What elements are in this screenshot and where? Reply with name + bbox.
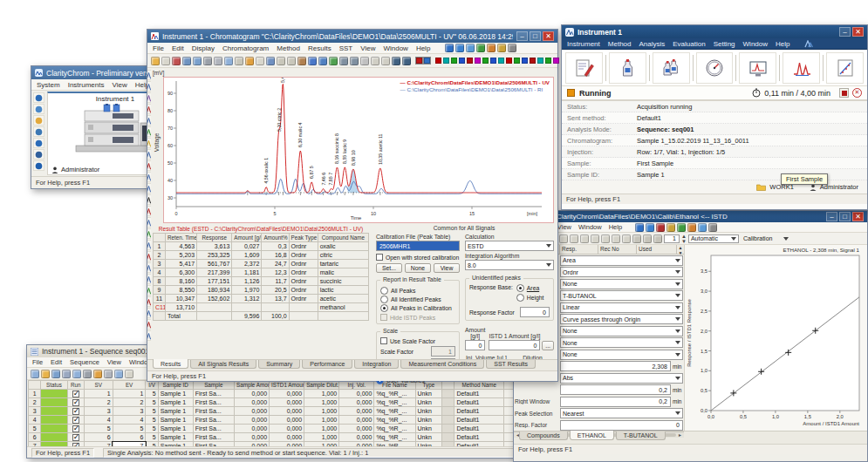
unzoom-icon[interactable] [622,234,631,243]
copy-icon[interactable] [559,234,568,243]
remove-point-icon[interactable] [643,234,652,243]
main-menu-view[interactable]: View [112,81,126,89]
calib-setting-select-5[interactable]: Linear [560,302,683,313]
instrument-titlebar[interactable]: Instrument 1 – ✕ [562,25,867,38]
peaks-icon[interactable] [656,223,665,232]
recalibrate-icon[interactable] [653,234,662,243]
overlay-icon[interactable] [445,44,454,52]
overlay-mode-icon[interactable] [360,57,369,65]
calib-scroll-up-icon[interactable]: ▲▼ [676,245,684,254]
signal-color-square-2[interactable] [443,58,449,64]
active-signal-square-2[interactable] [424,58,430,64]
results-tab-sst-results[interactable]: SST Results [486,360,536,369]
report-icon[interactable] [193,57,202,65]
sequence-menu-sequence[interactable]: Sequence [70,358,99,366]
use-scale-factor-checkbox[interactable] [380,337,387,344]
abort-button[interactable]: ✕ [852,88,862,98]
calibration-view-select[interactable]: Calibration [741,234,791,243]
run-checkbox[interactable] [72,434,79,441]
new-icon[interactable] [31,370,39,378]
baseline-icon[interactable] [329,57,338,65]
chart-icon[interactable] [677,223,686,232]
signal-color-square-12[interactable] [522,58,528,64]
amount-input[interactable]: 0 [465,340,485,350]
redo-icon[interactable] [591,234,599,243]
properties-icon[interactable] [297,57,306,65]
window-icon[interactable] [698,223,707,232]
chromatogram-minimize-button[interactable]: – [516,31,528,41]
calib-setting-input-15[interactable]: 0 [560,420,683,431]
result-row[interactable]: 46,300217,3991,18112,3Ordnrmalic [153,268,368,277]
login-user-icon[interactable] [33,92,44,103]
zoom-out-icon[interactable] [277,57,285,65]
calib-overlay-icon[interactable] [635,223,644,232]
result-row[interactable]: 14,5633,6130,0270,3Ordnroxalic [153,242,368,251]
calib-setting-select-4[interactable]: T-BUTANOL [560,290,683,301]
calibration-mode-select[interactable]: Automatic [688,234,739,243]
cut-icon[interactable] [104,370,113,378]
calibration-menu-window[interactable]: Window [578,223,602,231]
sequence-menu-view[interactable]: View [107,358,121,366]
archive-folder-icon[interactable] [33,115,44,126]
zoom-out-icon[interactable] [612,234,620,243]
calib-setting-select-9[interactable]: None [560,350,683,360]
integration-algorithm-select[interactable]: 8.0 [465,260,554,270]
open-icon[interactable] [41,370,50,378]
calibration-titlebar[interactable]: alibration C:\ClarityChrom\DataFiles\DEM… [514,211,867,222]
lc-control-icon[interactable] [466,44,475,52]
calib-setting-select-2[interactable]: Ordnr [560,267,683,277]
zoom-icon[interactable] [266,57,275,65]
radio-response-base-area[interactable] [516,284,524,292]
open-method-icon[interactable] [182,57,191,65]
calib-col-resp[interactable]: Resp. [559,245,598,254]
istd-more-button[interactable]: ... [542,341,554,350]
spinner-arrows-icon[interactable]: ▲▼ [681,234,687,244]
method-setup-icon[interactable] [565,52,603,84]
radio-response-base-height[interactable] [516,294,524,302]
next-icon[interactable] [381,57,390,65]
run-checkbox[interactable] [72,425,79,432]
signal-color-square-8[interactable] [490,58,496,64]
move-icon[interactable] [339,57,348,65]
peak-tool-icon[interactable] [318,57,327,65]
export-icon[interactable] [687,223,696,232]
chromatogram-maximize-button[interactable]: □ [530,31,541,41]
play-icon[interactable] [392,57,400,65]
active-signal-square-1[interactable] [416,58,422,64]
instrument-menu-evaluation[interactable]: Evaluation [673,40,705,48]
upload-icon[interactable] [497,44,506,52]
result-row[interactable]: 88,160177,1511,12611,7Ordnrsuccinic [153,277,368,286]
calib-setting-select-11[interactable]: Abs [560,373,683,384]
signal-color-square-16[interactable] [553,58,559,64]
paste-icon[interactable] [125,370,133,378]
calibration-menu-help[interactable]: Help [609,223,622,231]
report-icon[interactable] [72,370,81,378]
calibration-tab-compounds[interactable]: Compounds [519,431,568,440]
calibration-maximize-button[interactable]: □ [839,212,851,221]
run-checkbox[interactable] [72,399,79,406]
chromatogram-menu-help[interactable]: Help [416,44,430,52]
results-tab-results[interactable]: Results [153,359,188,369]
main-menu-instruments[interactable]: Instruments [68,81,105,89]
scroll-right-icon[interactable]: ► [678,432,682,438]
chromatogram-plot-region[interactable]: [mV] Voltage 30405060708090051015[min]Ti… [151,70,554,223]
signal-color-square-3[interactable] [451,58,457,64]
scale-icon[interactable] [350,57,359,65]
results-tab-summary[interactable]: Summary [258,360,300,369]
paste-icon[interactable] [235,57,243,65]
copy-icon[interactable] [114,370,123,378]
signal-color-square-14[interactable] [537,58,543,64]
result-row[interactable]: 35,417561,7672,37224,7Ordnrtartaric [153,260,368,268]
add-point-icon[interactable] [632,234,641,243]
run-checkbox[interactable] [72,408,79,415]
open-chromatogram-icon[interactable] [151,57,160,65]
close-icon[interactable] [172,57,181,65]
copy-icon[interactable] [224,57,233,65]
flask-icon[interactable] [666,223,675,232]
chromatogram-menu-edit[interactable]: Edit [172,44,184,52]
database-icon[interactable] [33,149,44,160]
signal-color-square-11[interactable] [514,58,520,64]
last-icon[interactable] [402,57,411,65]
station-monitor-icon[interactable] [33,126,44,137]
clarity-logo-icon[interactable] [804,40,813,48]
